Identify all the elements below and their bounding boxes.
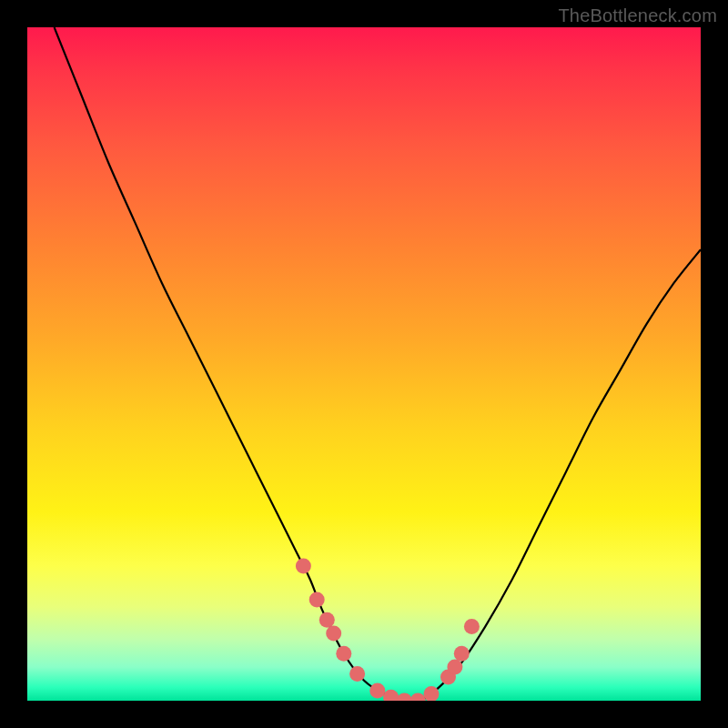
highlight-marker (336, 646, 351, 662)
highlight-marker (383, 690, 399, 701)
highlight-marker (349, 666, 365, 682)
bottleneck-curve-path (55, 27, 701, 701)
highlight-marker (296, 559, 311, 574)
highlight-marker (319, 612, 335, 628)
watermark-text: TheBottleneck.com (558, 5, 717, 26)
highlight-marker (397, 693, 412, 702)
highlight-markers-group (296, 559, 480, 702)
highlight-marker (369, 682, 385, 698)
highlight-marker (454, 646, 470, 662)
highlight-marker (410, 693, 426, 702)
highlight-marker (447, 660, 462, 675)
highlight-marker (326, 626, 341, 642)
highlight-marker (309, 592, 325, 608)
highlight-marker (464, 619, 480, 634)
chart-svg (27, 27, 701, 701)
